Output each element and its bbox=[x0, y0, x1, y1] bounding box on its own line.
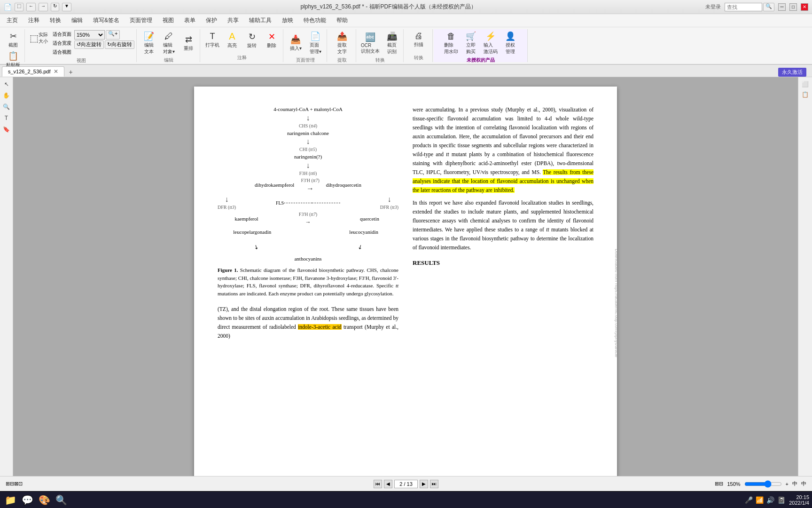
figure-caption: Figure 1. Schematic diagram of the flavo… bbox=[218, 266, 398, 297]
reflow-button[interactable]: ⇄ 重排 bbox=[179, 33, 198, 53]
search-button[interactable]: 🔍 bbox=[763, 3, 774, 11]
edit-object-button[interactable]: 🖊 编辑对象▾ bbox=[159, 31, 178, 56]
menu-protect[interactable]: 保护 bbox=[201, 15, 222, 26]
menu-form[interactable]: 表单 bbox=[180, 15, 200, 26]
first-page-button[interactable]: ⏮ bbox=[374, 480, 382, 488]
toolbar-section-page: 📥 插入▾ 📄 页面管理▾ 页面管理 bbox=[284, 29, 327, 62]
arrow-branch: → bbox=[306, 184, 314, 193]
toolbar-section-ocr: 🔤 OCR识别文本 📠 截页识别 转换 bbox=[357, 29, 404, 62]
tool-text[interactable]: T bbox=[1, 113, 12, 123]
menu-fill-sign[interactable]: 填写&签名 bbox=[88, 15, 124, 26]
toolbar-section-scan: 🖨 扫描 转换 bbox=[405, 29, 433, 62]
window-control-fwd[interactable]: → bbox=[39, 3, 48, 11]
menu-special[interactable]: 特色功能 bbox=[299, 15, 331, 26]
pdf-tab[interactable]: s_v126_2_536.pdf ✕ bbox=[2, 66, 64, 77]
tab-close-button[interactable]: ✕ bbox=[54, 68, 58, 75]
typewriter-button[interactable]: T 打字机 bbox=[203, 31, 222, 49]
menu-view[interactable]: 视图 bbox=[158, 15, 179, 26]
rotate-page-button[interactable]: ↻ 旋转 bbox=[242, 31, 261, 50]
window-control-dropdown[interactable]: ▼ bbox=[62, 3, 71, 11]
highlight-button[interactable]: A 高亮 bbox=[223, 30, 242, 50]
page-input[interactable] bbox=[394, 480, 418, 488]
taskbar-app-search[interactable]: 🔍 bbox=[54, 493, 69, 507]
fit-page-button[interactable]: 适合页面 bbox=[51, 30, 73, 39]
rotate-left-button[interactable]: ↺向左旋转 bbox=[74, 40, 104, 49]
window-control-restore[interactable]: ⬚ bbox=[15, 3, 23, 11]
prev-page-button[interactable]: ◀ bbox=[384, 480, 392, 488]
permanent-activate-button[interactable]: 永久激活 bbox=[778, 68, 806, 77]
taskbar-app-wechat[interactable]: 💬 bbox=[20, 493, 35, 507]
figure-label: Figure 1. bbox=[218, 267, 238, 273]
window-control-back[interactable]: ← bbox=[26, 3, 36, 11]
actual-size-button[interactable]: ⬚ 实际大小 bbox=[28, 30, 50, 46]
edit-text-button[interactable]: 📝 编辑文本 bbox=[140, 30, 158, 56]
caption-text: Schematic diagram of the flavonoid biosy… bbox=[218, 267, 398, 288]
scan-icon: 📠 bbox=[387, 31, 397, 41]
next-page-button[interactable]: ▶ bbox=[420, 480, 428, 488]
close-button[interactable]: ✕ bbox=[801, 3, 808, 11]
last-page-button[interactable]: ⏭ bbox=[430, 480, 438, 488]
title-bar: 📄 ⬚ ← → ↻ ▼ plphys_v126_2_536.pdf * - 福昕… bbox=[0, 0, 812, 14]
scan-button[interactable]: 📠 截页识别 bbox=[383, 30, 401, 56]
license-button[interactable]: 👤 授权管理 bbox=[501, 30, 520, 56]
language-indicator: 中 bbox=[792, 480, 797, 487]
leucopelargonadin: leucopelargonadin bbox=[218, 228, 287, 236]
menu-tools[interactable]: 辅助工具 bbox=[244, 15, 276, 26]
status-bar: ⊞⊟⊠⊡ ⏮ ◀ ▶ ⏭ ⊞⊟ 150% + 中 中 bbox=[0, 476, 812, 491]
ocr-button[interactable]: 🔤 OCR识别文本 bbox=[359, 31, 382, 56]
zoom-slider[interactable] bbox=[744, 480, 782, 488]
tool-select[interactable]: ↖ bbox=[1, 79, 12, 89]
dfr-right-label: DFR (tt3) bbox=[380, 204, 398, 211]
reflow-icon: ⇄ bbox=[185, 34, 192, 45]
activate-button[interactable]: ⚡ 输入激活码 bbox=[481, 30, 500, 56]
rotate-right-button[interactable]: ↻向右旋转 bbox=[105, 40, 134, 49]
fit-width-button[interactable]: 适合宽度 bbox=[51, 39, 73, 48]
extract-text-button[interactable]: 📤 提取文字 bbox=[333, 30, 351, 56]
menu-annotation[interactable]: 注释 bbox=[23, 15, 44, 26]
buy-button[interactable]: 🛒 立即购买 bbox=[461, 30, 480, 56]
tool-hand[interactable]: ✋ bbox=[1, 90, 12, 101]
menu-convert[interactable]: 转换 bbox=[45, 15, 66, 26]
zoom-select[interactable]: 150% 50% 75% 100% 125% 175% 200% bbox=[74, 30, 105, 40]
insert-button[interactable]: 📥 插入▾ bbox=[286, 33, 305, 53]
scan2-button[interactable]: 🖨 扫描 bbox=[409, 30, 428, 49]
menu-home[interactable]: 主页 bbox=[2, 15, 23, 26]
toolbar-section-unregistered: 🗑 删除用水印 🛒 立即购买 ⚡ 输入激活码 👤 授权管理 未授权的产品 bbox=[434, 29, 528, 62]
taskbar: 📁 💬 🎨 🔍 🎤 📶 🔊 📓 20:15 2022/1/4 bbox=[0, 491, 812, 508]
leucocyanidin: leucocyanidin bbox=[329, 228, 398, 236]
right-tool-2[interactable]: 📋 bbox=[800, 89, 811, 100]
menu-help[interactable]: 帮助 bbox=[332, 15, 352, 26]
menu-edit[interactable]: 编辑 bbox=[67, 15, 87, 26]
onenote-icon: 📓 bbox=[777, 496, 785, 504]
search-app-icon: 🔍 bbox=[55, 494, 67, 506]
taskbar-app-files[interactable]: 📁 bbox=[3, 493, 18, 507]
fit-view-button[interactable]: 适合视图 bbox=[51, 48, 73, 56]
maximize-button[interactable]: □ bbox=[789, 3, 797, 11]
chs-label: CHS (tt4) bbox=[299, 122, 317, 129]
taskbar-app-design[interactable]: 🎨 bbox=[37, 493, 52, 507]
minimize-button[interactable]: ─ bbox=[778, 3, 786, 11]
window-control-refresh[interactable]: ↻ bbox=[51, 3, 59, 11]
ocr-section-label: 转换 bbox=[375, 57, 385, 64]
new-tab-button[interactable]: + bbox=[66, 67, 76, 77]
anthocyanins: anthocyanins bbox=[294, 255, 321, 263]
remove-watermark-button[interactable]: 🗑 删除用水印 bbox=[442, 31, 461, 56]
tool-bookmark[interactable]: 🔖 bbox=[1, 124, 12, 135]
delete-button[interactable]: ✕ 删除 bbox=[262, 31, 281, 50]
flavonol-row: kaempferol F3'H (tt7) → quercetin bbox=[218, 211, 398, 226]
tool-zoom[interactable]: 🔍 bbox=[1, 102, 12, 112]
toolbar: ✂ 截图 📋 粘贴板 书签 ⬚ 实际大小 适合页面 适合 bbox=[0, 27, 812, 65]
page-manage-button[interactable]: 📄 页面管理▾ bbox=[306, 30, 325, 56]
screenshot-button[interactable]: ✂ 截图 bbox=[4, 30, 23, 49]
title-bar-right: 未登录 🔍 ─ □ ✕ bbox=[705, 3, 808, 11]
typewriter-icon: T bbox=[210, 32, 215, 41]
search-input[interactable] bbox=[725, 3, 762, 11]
pdf-area: 4-coumaryl-CoA + malonyl-CoA ↓ CHS (tt4)… bbox=[13, 77, 798, 476]
dfr-left-label: DFR (tt3) bbox=[218, 204, 236, 211]
menu-slideshow[interactable]: 放映 bbox=[277, 15, 298, 26]
menu-bar: 主页 注释 转换 编辑 填写&签名 页面管理 视图 表单 保护 共享 辅助工具 … bbox=[0, 14, 812, 27]
menu-page-mgmt[interactable]: 页面管理 bbox=[125, 15, 157, 26]
zoom-in-button[interactable]: 🔍+ bbox=[106, 30, 120, 40]
menu-share[interactable]: 共享 bbox=[223, 15, 243, 26]
right-tool-1[interactable]: ⬜ bbox=[800, 79, 811, 89]
